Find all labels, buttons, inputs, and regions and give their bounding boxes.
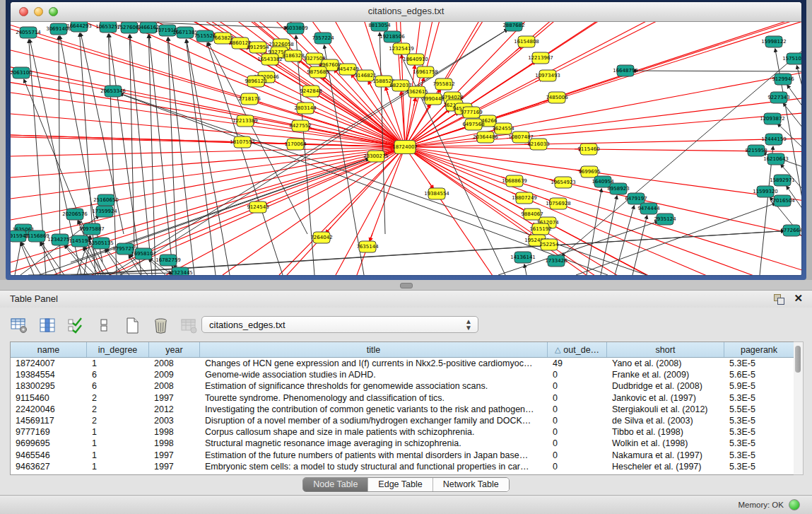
node-label: 8186328 (282, 53, 304, 59)
table-panel-body: f(x) citations_edges.txt ▲▼ namein_degre… (0, 308, 812, 495)
node-label: 8454749 (336, 66, 358, 72)
select-rows-icon[interactable] (66, 316, 85, 334)
node-label: 15998122 (761, 39, 787, 45)
node-label: 11156869 (24, 233, 49, 239)
column-visibility-icon[interactable] (38, 316, 57, 334)
table-scrollbar[interactable] (794, 341, 804, 475)
select-arrows-icon: ▲▼ (465, 318, 472, 331)
table-cell: 19384554 (11, 369, 87, 380)
table-row[interactable]: 2242004622012Investigating the contribut… (11, 404, 794, 415)
table-settings-icon[interactable] (10, 316, 28, 334)
node-label: 10688639 (502, 178, 527, 184)
column-header-pagerank[interactable]: pagerank (724, 342, 794, 357)
node-label: 9227343 (767, 95, 789, 100)
table-row[interactable]: 946362711997Embryonic stem cells: a mode… (11, 461, 794, 472)
column-header-title[interactable]: title (200, 342, 548, 357)
node-label: 18640910 (403, 57, 428, 62)
column-header-name[interactable]: name (11, 342, 87, 357)
table-row[interactable]: 1456911722003Disruption of a novel membe… (11, 415, 794, 426)
rows-icon[interactable] (95, 316, 113, 334)
node-label: 8427552 (289, 123, 311, 129)
network-canvas[interactable]: 1872400776638228860128891295423226058932… (11, 22, 801, 275)
node-label: 2935124 (654, 216, 676, 222)
table-header-row[interactable]: namein_degreeyeartitle△out_de…shortpager… (11, 342, 794, 358)
node-label: 6479197 (625, 196, 647, 201)
table-cell: 14569117 (11, 415, 87, 426)
table-cell: 2008 (149, 358, 200, 369)
tab-node-table[interactable]: Node Table (303, 478, 368, 491)
node-label: 17359924 (92, 209, 117, 214)
table-row[interactable]: 1938455462009Genome-wide association stu… (11, 369, 794, 380)
splitter-grip-icon[interactable] (400, 283, 413, 288)
tab-edge-table[interactable]: Edge Table (368, 478, 433, 491)
new-document-icon[interactable] (123, 316, 141, 334)
node-label: 24055714 (16, 30, 41, 35)
table-cell: 0 (548, 426, 607, 438)
table-cell: 2 (87, 415, 149, 426)
table-toolbar: f(x) (10, 315, 226, 336)
table-row[interactable]: 977716911998Corpus callosum shape and si… (11, 426, 794, 438)
table-scrollbar-thumb[interactable] (795, 346, 801, 373)
node-label: 19654923 (551, 180, 576, 185)
node-label: 6772664 (780, 228, 801, 233)
table-cell: 0 (548, 438, 607, 449)
column-header-in_degree[interactable]: in_degree (87, 342, 149, 357)
node-label: 12213389 (233, 118, 258, 124)
table-cell: Jankovic et al. (1997) (607, 392, 724, 404)
table-source-select[interactable]: citations_edges.txt ▲▼ (201, 316, 478, 333)
sort-ascending-icon: △ (555, 345, 560, 354)
table-cell: 0 (548, 450, 607, 461)
node-label: 8958923 (607, 186, 629, 192)
node-label: 8912954 (247, 45, 269, 50)
column-header-year[interactable]: year (149, 342, 200, 357)
table-row[interactable]: 911546021997Tourette syndrome. Phenomeno… (11, 392, 794, 404)
table-cell: Genome-wide association studies in ADHD. (200, 369, 548, 380)
table-row[interactable]: 1830029562008Estimation of significance … (11, 380, 794, 392)
table-panel-header: Table Panel ✕ (0, 290, 812, 308)
table-cell: 2003 (149, 415, 200, 426)
node-table[interactable]: namein_degreeyeartitle△out_de…shortpager… (10, 341, 794, 475)
table-cell: Estimation of the future numbers of pati… (200, 450, 548, 461)
node-label: 18107552 (230, 139, 255, 145)
table-cell: 2008 (149, 380, 200, 392)
tab-network-table[interactable]: Network Table (433, 478, 509, 491)
node-label: 12444159 (761, 136, 787, 142)
node-label: 16154808 (514, 39, 539, 45)
delete-table-icon-disabled (180, 316, 198, 334)
column-header-short[interactable]: short (607, 342, 724, 357)
node-label: 16782759 (155, 257, 181, 263)
node-label: 1733426 (545, 258, 567, 264)
node-label: 16543382 (257, 57, 283, 62)
table-row[interactable]: 946554611997Estimation of the future num… (11, 450, 794, 461)
column-header-out_de[interactable]: △out_de… (548, 342, 607, 357)
table-cell: Corpus callosum shape and size in male p… (200, 426, 548, 438)
panel-splitter[interactable] (0, 280, 812, 290)
node-label: 16648794 (613, 68, 638, 74)
table-row[interactable]: 969969511998Structural magnetic resonanc… (11, 438, 794, 449)
close-panel-icon[interactable]: ✕ (794, 292, 803, 305)
table-cell: Structural magnetic resonance image aver… (200, 438, 548, 449)
node-label: 2803144 (294, 105, 317, 111)
float-panel-icon[interactable] (774, 294, 784, 304)
node-label: 2718176 (238, 96, 261, 102)
node-label: 9474444 (637, 206, 660, 211)
table-cell: 5.3E-5 (724, 450, 794, 461)
memory-status-icon[interactable] (789, 499, 800, 510)
node-label: 14136141 (510, 255, 536, 260)
network-window: citations_edges.txt 18724007766382288601… (11, 2, 801, 275)
node-label: 252254 (540, 242, 559, 247)
node-label: 9124543 (247, 204, 269, 210)
window-titlebar[interactable]: citations_edges.txt (11, 2, 801, 22)
node-label: 8215958 (745, 148, 767, 153)
node-label: 8813054 (368, 23, 391, 28)
table-cell: 1 (87, 438, 149, 449)
table-cell: Wolkin et al. (1998) (607, 438, 724, 449)
trash-icon[interactable] (151, 316, 170, 334)
node-label: 1170064 (284, 141, 307, 147)
table-body[interactable]: 1872400712008Changes of HCN gene express… (11, 358, 794, 472)
table-cell: Tourette syndrome. Phenomenology and cla… (200, 392, 548, 404)
node-label: 17016504 (770, 198, 795, 204)
node-label: 15892971 (770, 177, 795, 183)
node-label: 12213967 (528, 55, 553, 61)
table-row[interactable]: 1872400712008Changes of HCN gene express… (11, 358, 794, 369)
